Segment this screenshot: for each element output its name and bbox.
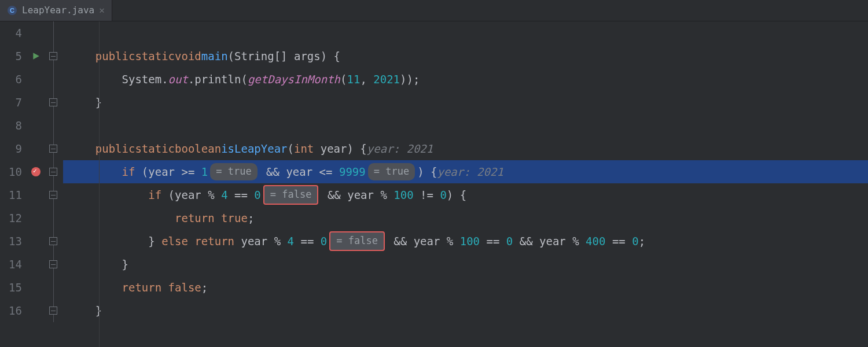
code-line[interactable] [63,114,868,137]
line-number[interactable]: 5 [0,45,28,68]
editor-tab[interactable]: C LeapYear.java ✕ [0,0,112,21]
line-number[interactable]: 6 [0,68,28,91]
code-line[interactable]: public static boolean isLeapYear(int yea… [63,137,868,160]
line-numbers: 4 5 6 7 8 9 10 11 12 13 14 15 16 [0,21,28,322]
run-icon[interactable] [32,47,40,65]
close-icon[interactable]: ✕ [99,3,105,18]
eval-hint-highlighted: = false [329,231,385,250]
eval-hint: = true [368,163,415,180]
code-line[interactable]: return true; [63,206,868,230]
gutter-icons [28,21,44,322]
line-number[interactable]: 12 [0,206,28,230]
fold-toggle-icon[interactable] [49,260,57,268]
indent-guide [99,21,100,347]
gutter: 4 5 6 7 8 9 10 11 12 13 14 15 16 [0,21,63,347]
eval-hint: = true [210,163,257,180]
editor-tab-bar: C LeapYear.java ✕ [0,0,868,21]
line-number[interactable]: 7 [0,91,28,114]
fold-toggle-icon[interactable] [49,52,57,60]
line-number[interactable]: 4 [0,21,28,45]
fold-toggle-icon[interactable] [49,237,57,245]
code-line[interactable]: System.out.println(getDaysInMonth(11, 20… [63,68,868,91]
fold-toggle-icon[interactable] [49,168,57,176]
fold-toggle-icon[interactable] [49,145,57,153]
line-number[interactable]: 14 [0,253,28,276]
code-line[interactable]: } [63,299,868,322]
code-line[interactable] [63,21,868,45]
code-line[interactable]: if (year % 4 == 0= false && year % 100 !… [63,183,868,206]
line-number[interactable]: 13 [0,230,28,253]
fold-toggle-icon[interactable] [49,307,57,315]
fold-toggle-icon[interactable] [49,191,57,199]
line-number[interactable]: 10 [0,160,28,183]
code-line[interactable]: public static void main(String[] args) { [63,45,868,68]
tab-filename: LeapYear.java [22,3,94,18]
line-number[interactable]: 8 [0,114,28,137]
breakpoint-icon[interactable] [31,167,41,176]
code-line[interactable]: } [63,253,868,276]
code-line-current[interactable]: if (year >= 1= true && year <= 9999= tru… [63,160,868,183]
fold-column [44,21,62,322]
inline-hint-comment: year: 2021 [367,140,433,157]
code-line[interactable]: return false; [63,276,868,299]
code-editor: 4 5 6 7 8 9 10 11 12 13 14 15 16 [0,21,868,347]
java-class-icon: C [7,5,17,16]
code-line[interactable]: } else return year % 4 == 0= false && ye… [63,230,868,253]
line-number[interactable]: 11 [0,183,28,206]
code-area[interactable]: public static void main(String[] args) {… [63,21,868,347]
fold-toggle-icon[interactable] [49,98,57,106]
line-number[interactable]: 15 [0,276,28,299]
inline-hint-comment: year: 2021 [437,163,503,180]
code-line[interactable]: } [63,91,868,114]
eval-hint-highlighted: = false [263,185,319,204]
line-number[interactable]: 9 [0,137,28,160]
svg-text:C: C [10,7,14,14]
line-number[interactable]: 16 [0,299,28,322]
